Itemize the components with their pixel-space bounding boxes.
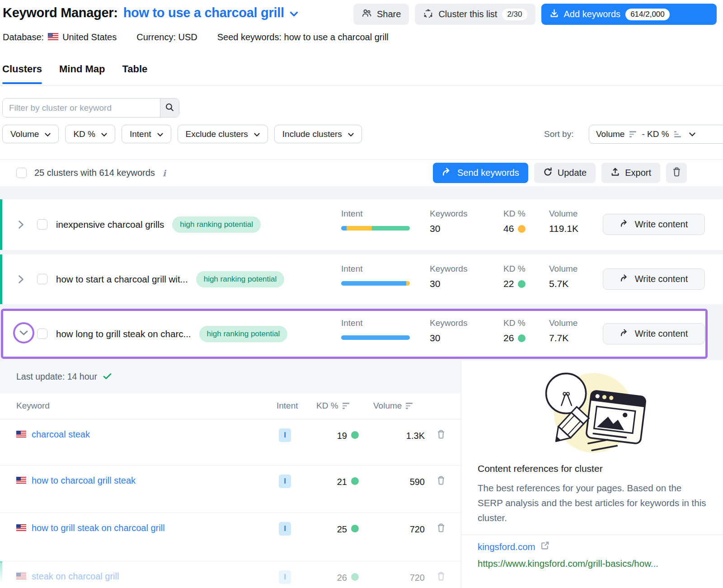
filter-search-input[interactable] bbox=[3, 99, 160, 117]
collapse-chevron-down-icon[interactable] bbox=[13, 322, 34, 343]
tab-clusters[interactable]: Clusters bbox=[2, 63, 42, 84]
send-keywords-button[interactable]: Send keywords bbox=[433, 163, 528, 183]
cluster-row[interactable]: inexpensive charcoal grills high ranking… bbox=[0, 199, 723, 250]
list-name-dropdown[interactable]: how to use a charcoal grill bbox=[123, 5, 284, 20]
search-button[interactable] bbox=[160, 99, 179, 117]
keyword-text: steak on charcoal grill bbox=[32, 571, 119, 582]
keyword-text: charcoal steak bbox=[32, 429, 90, 440]
delete-list-button[interactable] bbox=[666, 163, 687, 183]
cluster-detail-panel: Last update: 14 hour Keyword Intent KD %… bbox=[0, 360, 723, 588]
kd-filter-dropdown[interactable]: KD % bbox=[65, 125, 115, 143]
cluster-name-link[interactable]: how to start a charcoal grill wit... bbox=[56, 274, 188, 285]
add-keywords-button[interactable]: Add keywords 614/2,000 bbox=[541, 4, 717, 25]
intent-column-header: Intent bbox=[277, 401, 298, 411]
write-content-button[interactable]: Write content bbox=[603, 268, 705, 290]
intent-badge: I bbox=[279, 522, 291, 536]
trash-icon[interactable] bbox=[437, 523, 446, 535]
ranking-potential-badge: high ranking potential bbox=[199, 326, 288, 342]
cluster-checkbox[interactable] bbox=[37, 329, 47, 339]
tab-mind-map[interactable]: Mind Map bbox=[59, 63, 105, 84]
volume-filter-dropdown[interactable]: Volume bbox=[2, 125, 59, 143]
write-content-label: Write content bbox=[635, 329, 688, 339]
chevron-down-icon[interactable] bbox=[290, 5, 298, 20]
sort-by-dropdown[interactable]: Volume - KD % bbox=[589, 125, 723, 144]
keyword-link[interactable]: how to grill steak on charcoal grill bbox=[16, 523, 165, 533]
kd-value: 22 bbox=[503, 278, 514, 289]
cluster-title-group: inexpensive charcoal grills high ranking… bbox=[56, 199, 261, 250]
view-tabs: Clusters Mind Map Table bbox=[2, 63, 147, 84]
kd-difficulty-dot bbox=[351, 477, 359, 485]
keyword-link[interactable]: steak on charcoal grill bbox=[16, 571, 119, 582]
cluster-accent-bar bbox=[0, 199, 2, 250]
last-update-bar: Last update: 14 hour bbox=[0, 360, 461, 393]
volume-stat: Volume 7.7K bbox=[549, 318, 577, 343]
keyword-link[interactable]: how to charcoal grill steak bbox=[16, 475, 136, 486]
keywords-stat: Keywords 30 bbox=[430, 318, 467, 343]
reference-url-link[interactable]: https://www.kingsford.com/grill-basics/h… bbox=[478, 558, 658, 569]
cluster-row-highlighted[interactable]: how long to grill steak on charc... high… bbox=[1, 309, 708, 359]
keyword-table-header: Keyword Intent KD % Volume bbox=[0, 393, 461, 419]
us-flag-icon bbox=[16, 429, 26, 440]
tab-table[interactable]: Table bbox=[122, 63, 147, 84]
include-clusters-dropdown[interactable]: Include clusters bbox=[274, 125, 362, 143]
cluster-this-list-button[interactable]: Cluster this list 2/30 bbox=[415, 4, 535, 25]
intent-bar bbox=[341, 226, 410, 230]
trash-icon[interactable] bbox=[437, 475, 446, 487]
kd-value: 26 bbox=[503, 333, 514, 343]
intent-filter-dropdown[interactable]: Intent bbox=[122, 125, 171, 143]
kd-difficulty-dot bbox=[518, 280, 526, 288]
action-bar: 25 clusters with 614 keywords i Send key… bbox=[0, 159, 723, 186]
trash-icon[interactable] bbox=[437, 429, 446, 441]
sort-asc-icon bbox=[674, 131, 681, 137]
kd-value: 19 bbox=[311, 431, 347, 441]
share-label: Share bbox=[377, 9, 401, 19]
kd-label: KD % bbox=[503, 318, 526, 328]
write-content-button[interactable]: Write content bbox=[603, 323, 705, 344]
keyword-row: how to charcoal grill steak I 21 590 bbox=[0, 466, 461, 513]
references-divider bbox=[461, 535, 723, 535]
keyword-text: how to charcoal grill steak bbox=[32, 475, 136, 486]
update-button[interactable]: Update bbox=[534, 163, 596, 183]
info-icon[interactable]: i bbox=[163, 168, 166, 178]
volume-column-label: Volume bbox=[373, 401, 402, 411]
cluster-row[interactable]: how to start a charcoal grill wit... hig… bbox=[0, 254, 723, 304]
reference-domain-link[interactable]: kingsford.com bbox=[478, 541, 549, 552]
trash-icon[interactable] bbox=[437, 571, 446, 583]
expand-chevron-right-icon[interactable] bbox=[18, 220, 24, 231]
kd-value: 26 bbox=[311, 573, 347, 583]
export-icon bbox=[610, 167, 620, 179]
volume-column-header[interactable]: Volume bbox=[373, 401, 413, 411]
reference-url-text: https://www.kingsford.com/grill-basics/h… bbox=[478, 558, 651, 569]
export-label: Export bbox=[625, 168, 651, 178]
chevron-down-icon bbox=[254, 129, 260, 139]
kd-value: 46 bbox=[503, 223, 514, 234]
us-flag-icon bbox=[16, 523, 26, 533]
write-content-button[interactable]: Write content bbox=[603, 214, 705, 235]
us-flag-icon bbox=[48, 32, 58, 42]
cluster-checkbox[interactable] bbox=[37, 219, 47, 230]
cluster-name-link[interactable]: inexpensive charcoal grills bbox=[56, 219, 164, 230]
database-label: Database: bbox=[3, 32, 44, 42]
share-button[interactable]: Share bbox=[353, 4, 409, 25]
chevron-down-icon bbox=[689, 129, 695, 139]
expand-chevron-right-icon[interactable] bbox=[18, 275, 24, 286]
cluster-checkbox[interactable] bbox=[37, 274, 47, 284]
volume-stat: Volume 119.1K bbox=[549, 209, 578, 234]
reference-domain-text: kingsford.com bbox=[478, 541, 535, 552]
intent-label: Intent bbox=[341, 264, 410, 274]
currency-item: Currency: USD bbox=[136, 32, 197, 42]
volume-filter-label: Volume bbox=[10, 129, 39, 139]
kd-column-header[interactable]: KD % bbox=[316, 401, 350, 411]
database-item: Database: United States bbox=[3, 32, 117, 42]
keywords-label: Keywords bbox=[430, 318, 467, 328]
keywords-count-badge: 614/2,000 bbox=[625, 9, 670, 20]
volume-stat: Volume 5.7K bbox=[549, 264, 577, 289]
select-all-checkbox[interactable] bbox=[16, 168, 27, 178]
intent-badge: I bbox=[279, 570, 291, 584]
exclude-clusters-dropdown[interactable]: Exclude clusters bbox=[178, 125, 268, 143]
export-button[interactable]: Export bbox=[601, 163, 660, 183]
kd-difficulty-dot bbox=[351, 431, 359, 439]
list-meta: Database: United States Currency: USD Se… bbox=[3, 32, 389, 42]
cluster-name-link[interactable]: how long to grill steak on charc... bbox=[56, 329, 191, 339]
keyword-link[interactable]: charcoal steak bbox=[16, 429, 90, 440]
